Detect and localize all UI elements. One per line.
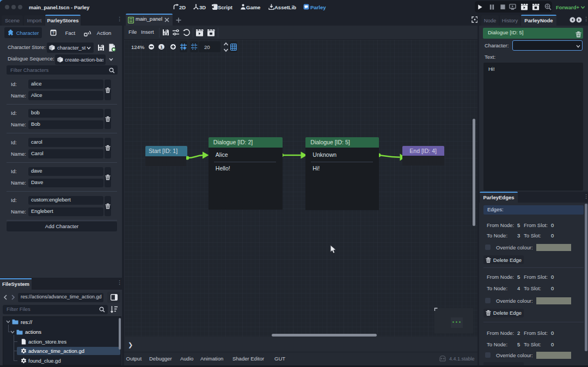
svg-text:?: ? [52,31,54,35]
